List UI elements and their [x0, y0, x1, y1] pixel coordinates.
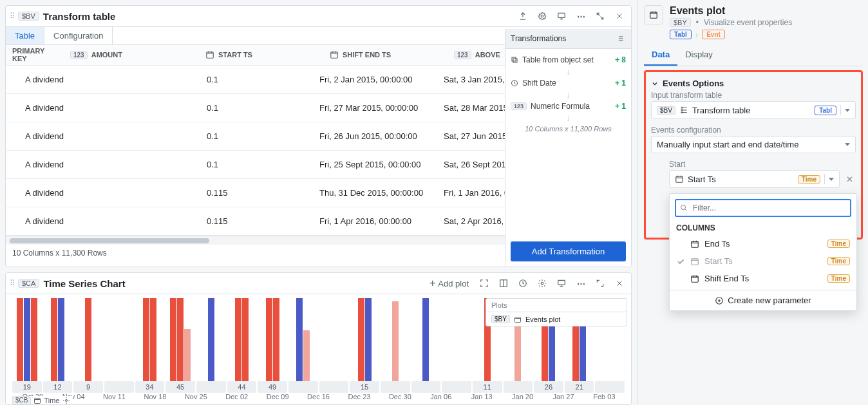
hist-cell [196, 381, 226, 393]
events-options-header[interactable]: Events Options [651, 79, 856, 88]
ref-chip: $CB [12, 396, 31, 404]
col-shift-end-ts[interactable]: SHIFT END TS [323, 45, 448, 66]
hist-cell: 12 [43, 381, 73, 393]
clock-icon[interactable] [515, 276, 531, 291]
hist-cell: 19 [12, 381, 42, 393]
present-icon[interactable] [554, 8, 569, 24]
numeric-badge-icon: 123 [70, 51, 88, 59]
xtick: Nov 11 [94, 393, 135, 404]
chevron-down-icon [845, 143, 850, 146]
transformations-header: Transformations [511, 34, 566, 43]
hist-cell: 9 [73, 381, 103, 393]
axis-label: Time [44, 397, 59, 404]
remove-start-button[interactable]: ✕ [844, 174, 856, 184]
hist-cell [504, 381, 533, 393]
list-icon[interactable] [614, 33, 626, 44]
close-icon[interactable] [612, 8, 627, 24]
gear-icon[interactable] [534, 8, 550, 24]
bar-group [135, 298, 165, 381]
hist-cell [381, 381, 410, 393]
dropdown-group-label: COLUMNS [670, 221, 856, 235]
hist-cell: 49 [258, 381, 287, 393]
tab-configuration[interactable]: Configuration [44, 27, 113, 44]
filter-input[interactable] [692, 203, 846, 213]
transformation-item[interactable]: Table from object set+ 8 [511, 53, 626, 67]
create-parameter-button[interactable]: Create new parameter [670, 290, 856, 308]
crumb-evnt[interactable]: Evnt [702, 30, 725, 39]
bar-group [319, 298, 349, 381]
add-plot-button[interactable]: + Add plot [426, 276, 473, 291]
ref-chip: $BY [491, 315, 510, 323]
ref-chip: $BY [670, 18, 691, 27]
close-icon[interactable] [612, 276, 627, 291]
calendar-icon [514, 316, 522, 323]
transformation-item[interactable]: Shift Date+ 1 [511, 76, 626, 90]
drag-handle-icon[interactable]: ⠿ [10, 279, 14, 288]
dropdown-option[interactable]: Start TsTime [670, 252, 856, 270]
tab-display[interactable]: Display [677, 46, 721, 66]
more-icon[interactable]: ⋯ [573, 276, 589, 291]
calendar-icon [690, 240, 699, 249]
calendar-icon [675, 174, 684, 184]
transformation-item[interactable]: 123Numeric Formula+ 1 [511, 99, 626, 113]
transform-icon [679, 106, 688, 115]
xtick: Jan 06 [420, 393, 461, 404]
arrow-down-icon: ↓ [511, 90, 626, 99]
col-start-ts[interactable]: START TS [199, 45, 323, 66]
calendar-icon [690, 257, 699, 266]
expand-icon[interactable] [592, 276, 608, 291]
input-transform-selector[interactable]: $BV Transform table Tabl [651, 101, 856, 119]
numeric-badge-icon: 123 [454, 51, 471, 59]
ref-chip: $CA [18, 279, 39, 288]
expand-icon[interactable] [592, 8, 608, 24]
calendar-icon [33, 397, 41, 404]
drag-handle-icon[interactable]: ⠿ [10, 12, 14, 21]
svg-rect-15 [676, 176, 683, 182]
events-config-selector[interactable]: Manually input start and end date/time [651, 136, 856, 153]
xtick: Dec 16 [298, 393, 339, 404]
more-icon[interactable]: ⋯ [573, 8, 589, 24]
hist-cell: 26 [534, 381, 563, 393]
bar-group [43, 298, 73, 381]
chart-histogram-row: 191293445444915112621 [6, 381, 631, 393]
time-series-body: Plots $BY Events plot 191293445444915112… [6, 294, 631, 404]
start-label: Start [669, 160, 856, 169]
fit-icon[interactable] [476, 276, 492, 291]
hist-cell [288, 381, 318, 393]
present-icon[interactable] [554, 276, 569, 291]
svg-point-16 [681, 205, 686, 210]
bar-group [381, 298, 410, 381]
col-amount-group[interactable]: 123 AMOUNT [64, 45, 199, 66]
axis-left-control[interactable]: $CB Time [10, 396, 73, 404]
xtick: Jan 13 [461, 393, 502, 404]
bar-group [196, 298, 226, 381]
plus-circle-icon [715, 296, 724, 305]
side-tabs: Data Display [644, 46, 863, 66]
gear-icon[interactable] [534, 276, 550, 291]
bar-group [227, 298, 257, 381]
transform-table-titlebar: ⠿ $BV Transform table ⋯ [6, 6, 631, 27]
search-icon [680, 204, 688, 212]
plots-row[interactable]: $BY Events plot [486, 312, 627, 326]
svg-rect-2 [207, 52, 214, 58]
tab-table[interactable]: Table [6, 27, 44, 44]
add-transformation-button[interactable]: Add Transformation [511, 241, 626, 261]
svg-rect-11 [514, 317, 520, 322]
bar-group [442, 298, 471, 381]
dropdown-option[interactable]: Shift End TsTime [670, 270, 856, 287]
arrow-down-icon: ↓ [511, 113, 626, 122]
chevron-down-icon [845, 109, 850, 112]
hist-cell: 44 [227, 381, 257, 393]
dropdown-option[interactable]: End TsTime [670, 235, 856, 252]
xtick: Dec 02 [216, 393, 257, 404]
col-primary-key[interactable]: PRIMARY KEY [6, 45, 64, 66]
export-icon[interactable] [515, 8, 531, 24]
crumb-tabl[interactable]: Tabl [670, 30, 692, 39]
gear-icon [62, 397, 70, 404]
split-icon[interactable] [496, 276, 511, 291]
tab-data[interactable]: Data [644, 46, 677, 66]
xtick: Dec 30 [380, 393, 420, 404]
arrow-down-icon: ↓ [511, 67, 626, 76]
calendar-icon [205, 50, 214, 59]
start-field-selector[interactable]: Start Ts Time [669, 170, 840, 188]
